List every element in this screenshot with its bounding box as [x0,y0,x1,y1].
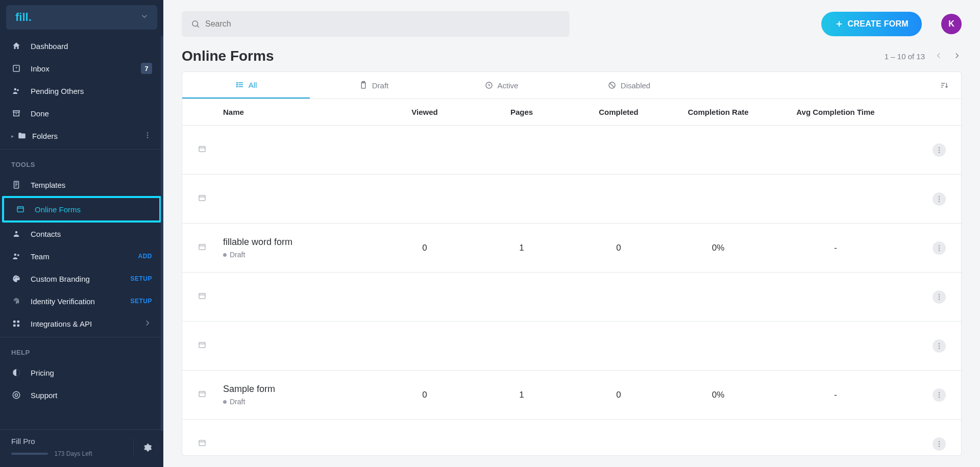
svg-point-55 [939,299,940,300]
sidebar-item-label: Inbox [31,64,50,73]
sidebar-item-inbox[interactable]: Inbox 7 [0,57,163,80]
svg-rect-15 [13,321,16,323]
col-rate: Completion Rate [667,108,769,116]
tab-label: Disabled [621,81,650,90]
sidebar-item-support[interactable]: Support [0,384,163,406]
svg-rect-48 [199,244,205,250]
page-next[interactable] [952,51,962,62]
avatar[interactable]: K [941,14,962,34]
sidebar-item-label: Team [31,252,50,261]
inbox-badge: 7 [141,63,152,74]
table-row[interactable] [182,420,961,455]
pagination: 1 – 10 of 13 [885,51,962,62]
row-menu[interactable] [933,290,946,304]
sidebar-item-label: Pending Others [31,87,84,95]
more-icon[interactable] [143,131,152,141]
sidebar-item-integrations[interactable]: Integrations & API [0,312,163,335]
integrations-icon [11,318,21,329]
plan-progress [11,453,48,455]
archive-icon [11,108,21,118]
team-add[interactable]: ADD [138,253,153,260]
template-icon [11,180,21,190]
table-row[interactable] [182,322,961,371]
svg-rect-8 [17,207,23,212]
cell-completed: 0 [570,243,667,253]
sidebar-item-online-forms[interactable]: Online Forms [4,198,159,220]
form-icon [15,204,26,214]
svg-point-46 [939,198,940,200]
svg-point-29 [236,83,237,84]
form-icon [198,438,223,450]
sidebar-nav: Dashboard Inbox 7 Pending Others Done ▸ … [0,35,163,429]
search-input[interactable] [205,19,560,29]
sidebar-item-label: Templates [31,181,65,189]
tab-draft[interactable]: Draft [310,72,437,99]
sidebar-item-templates[interactable]: Templates [0,174,163,196]
row-menu[interactable] [933,339,946,353]
row-menu[interactable] [933,437,946,451]
sidebar: fill. Dashboard Inbox 7 Pending Others D… [0,0,163,467]
svg-point-57 [939,343,940,345]
gear-icon [143,443,152,452]
tab-disabled[interactable]: Disabled [565,72,693,99]
clipboard-icon [359,81,368,90]
chevron-right-icon: ▸ [11,133,14,139]
table-row[interactable] [182,273,961,322]
svg-point-61 [939,392,940,394]
sidebar-item-done[interactable]: Done [0,102,163,125]
create-form-button[interactable]: CREATE FORM [821,12,922,36]
svg-point-63 [939,397,940,398]
workspace-switcher[interactable]: fill. [6,5,157,30]
col-name: Name [223,108,376,116]
page-title: Online Forms [182,48,274,64]
tab-label: Active [498,81,519,90]
users-icon [11,86,21,96]
team-icon [11,251,21,261]
svg-rect-60 [199,391,205,397]
row-menu[interactable] [933,192,946,206]
tab-label: Draft [372,81,389,90]
forms-card: All Draft Active Disabled Name Viewed Pa… [182,71,962,456]
table-row[interactable]: Sample formDraft0100%- [182,371,961,420]
sidebar-item-pricing[interactable]: Pricing [0,361,163,384]
sort-button[interactable] [927,72,961,99]
plan-name: Fill Pro [11,437,133,446]
svg-point-51 [939,250,940,251]
sidebar-item-team[interactable]: Team ADD [0,245,163,267]
search-box[interactable] [182,11,570,37]
sidebar-item-custom-branding[interactable]: Custom Branding SETUP [0,267,163,290]
list-icon [235,80,244,89]
svg-point-10 [14,254,17,256]
row-menu[interactable] [933,388,946,402]
sidebar-item-label: Contacts [31,230,61,238]
tab-active[interactable]: Active [437,72,565,99]
svg-point-22 [192,21,198,27]
svg-rect-40 [199,146,205,152]
col-pages: Pages [473,108,570,116]
svg-point-21 [15,394,17,396]
sidebar-item-identity-verification[interactable]: Identity Verification SETUP [0,290,163,312]
svg-point-45 [939,196,940,198]
branding-setup[interactable]: SETUP [130,275,152,282]
settings-button[interactable] [133,438,152,457]
row-menu[interactable] [933,143,946,157]
sidebar-item-folders[interactable]: ▸ Folders [0,125,163,147]
sidebar-scrollbar[interactable] [161,36,163,431]
svg-point-49 [939,245,940,247]
svg-point-59 [939,348,940,349]
sidebar-item-contacts[interactable]: Contacts [0,223,163,245]
tab-all[interactable]: All [182,72,310,99]
table-row[interactable] [182,175,961,224]
page-prev[interactable] [934,51,943,62]
main: CREATE FORM K Online Forms 1 – 10 of 13 … [163,0,980,467]
sidebar-item-pending-others[interactable]: Pending Others [0,80,163,102]
table-row[interactable]: fillable word formDraft0100%- [182,224,961,273]
table-row[interactable] [182,126,961,175]
identity-setup[interactable]: SETUP [130,298,152,305]
row-menu[interactable] [933,241,946,255]
sidebar-item-dashboard[interactable]: Dashboard [0,35,163,57]
cell-pages: 1 [473,390,570,400]
svg-point-42 [939,149,940,151]
form-icon [198,242,223,254]
sidebar-item-label: Support [31,391,58,400]
